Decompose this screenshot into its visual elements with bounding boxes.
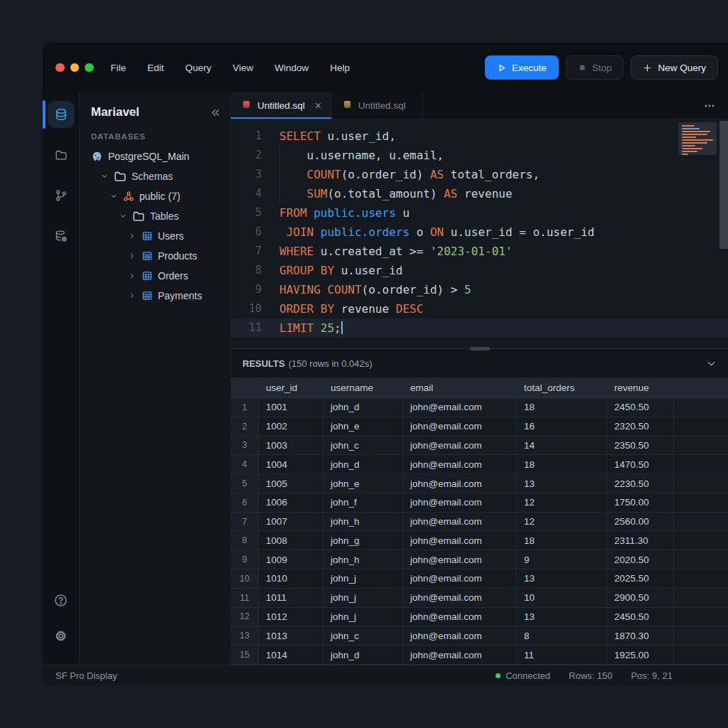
table-row[interactable]: 81008john_gjohn@email.com182311.30 <box>231 531 728 550</box>
column-header-user_id[interactable]: user_id <box>259 378 323 397</box>
table-row[interactable]: 61006john_fjohn@email.com121750.00 <box>231 493 728 513</box>
menu-query[interactable]: Query <box>186 63 212 73</box>
collapse-sidebar-icon[interactable] <box>210 107 222 118</box>
table-row[interactable]: 41004john_djohn@email.com181470.50 <box>231 455 728 474</box>
stop-button[interactable]: Stop <box>566 55 624 80</box>
tab-2[interactable]: Untitled.sql <box>332 92 423 119</box>
code-line-5[interactable]: 5FROM public.users u <box>231 203 728 223</box>
connected-label: Connected <box>505 670 550 681</box>
column-header-revenue[interactable]: revenue <box>607 378 674 397</box>
code-line-8[interactable]: 8GROUP BY u.user_id <box>231 261 728 280</box>
chevron-right-icon[interactable] <box>128 232 136 240</box>
close-window-button[interactable] <box>55 63 65 73</box>
table-row[interactable]: 11001john_djohn@email.com182450.50 <box>231 398 728 417</box>
rail-database-icon[interactable] <box>48 101 75 128</box>
table-row[interactable]: 51005john_ejohn@email.com132230.50 <box>231 474 728 493</box>
folder-icon <box>132 210 145 223</box>
column-header-username[interactable]: username <box>323 378 403 397</box>
results-meta: (150 rows in 0.042s) <box>289 358 373 369</box>
editor-scrollbar[interactable] <box>719 121 728 249</box>
code-line-10[interactable]: 10ORDER BY revenue DESC <box>231 299 728 318</box>
tree-item-payments[interactable]: Payments <box>80 286 230 306</box>
table-row[interactable]: 91009john_hjohn@email.com92020.50 <box>231 550 728 569</box>
table-row[interactable]: 151014john_djohn@email.com111925.00 <box>231 646 728 665</box>
status-bar: SF Pro Display Connected Rows: 150 Pos: … <box>43 665 728 686</box>
column-header-total_orders[interactable]: total_orders <box>517 378 607 397</box>
minimap[interactable] <box>678 122 717 155</box>
database-tree: PostgreSQL_MainSchemaspublic (7)TablesUs… <box>80 146 230 306</box>
chevron-down-icon[interactable] <box>109 192 118 200</box>
minimize-window-button[interactable] <box>70 63 80 73</box>
tree-item-tables[interactable]: Tables <box>80 206 230 226</box>
table-row[interactable]: 31003john_cjohn@email.com142350.50 <box>231 437 728 456</box>
tree-item-orders[interactable]: Orders <box>80 266 230 286</box>
tree-item-users[interactable]: Users <box>80 226 230 246</box>
menu-edit[interactable]: Edit <box>147 63 164 73</box>
zoom-window-button[interactable] <box>85 63 94 73</box>
chevron-down-icon[interactable] <box>119 212 127 220</box>
menu-window[interactable]: Window <box>274 63 309 73</box>
table-row[interactable]: 131013john_cjohn@email.com81870.30 <box>231 626 728 646</box>
table-row[interactable]: 111011john_jjohn@email.com102900.50 <box>231 589 728 608</box>
chevron-right-icon[interactable] <box>128 252 136 260</box>
code-line-4[interactable]: 4 SUM(o.total_amount) AS revenue <box>231 184 728 203</box>
text-cursor <box>341 321 343 334</box>
code-line-1[interactable]: 1SELECT u.user_id, <box>231 127 728 146</box>
sidebar: Mariavel DATABASES PostgreSQL_MainSchema… <box>80 92 231 665</box>
chevron-down-icon[interactable] <box>100 172 109 181</box>
tab-overflow-icon[interactable] <box>691 100 728 112</box>
code-line-7[interactable]: 7WHERE u.created_at >= '2023-01-01' <box>231 242 728 261</box>
menu-help[interactable]: Help <box>330 63 350 73</box>
code-line-6[interactable]: 6 JOIN public.orders o ON u.user_id = o.… <box>231 223 728 242</box>
table-row[interactable]: 21002john_ejohn@email.com162320.50 <box>231 417 728 437</box>
table-row[interactable]: 101010john_jjohn@email.com132025.50 <box>231 569 728 589</box>
status-rows: Rows: 150 <box>569 670 612 681</box>
table-icon <box>141 230 153 242</box>
panel-resize-handle[interactable] <box>470 347 490 350</box>
tab-bar: Untitled.sql Untitled.sql <box>231 92 728 119</box>
tab-1[interactable]: Untitled.sql <box>231 92 332 119</box>
table-icon <box>141 250 153 262</box>
rail-git-branch-icon[interactable] <box>48 182 75 209</box>
rail-gear-icon[interactable] <box>48 622 75 649</box>
menu-file[interactable]: File <box>111 63 127 73</box>
results-header: RESULTS (150 rows in 0.042s) <box>231 349 728 378</box>
rail-database-export-icon[interactable] <box>48 223 75 250</box>
new-query-button[interactable]: New Query <box>631 55 718 80</box>
table-row[interactable]: 121012john_jjohn@email.com132450.50 <box>231 608 728 627</box>
active-rail-indicator <box>43 100 46 129</box>
column-header-email[interactable]: email <box>403 378 517 397</box>
chevron-right-icon[interactable] <box>128 291 136 300</box>
chevron-right-icon[interactable] <box>128 272 136 280</box>
sql-file-icon <box>342 100 353 112</box>
databases-section-label: DATABASES <box>80 122 230 146</box>
rail-help-icon[interactable] <box>48 587 75 614</box>
stop-label: Stop <box>592 63 612 73</box>
execute-button[interactable]: Execute <box>485 55 559 80</box>
close-tab-icon[interactable] <box>314 101 323 110</box>
schema-icon <box>123 191 134 202</box>
tree-item-public-7-[interactable]: public (7) <box>80 186 230 206</box>
postgres-icon <box>91 151 103 163</box>
sql-editor[interactable]: 1SELECT u.user_id, 2 u.username, u.email… <box>231 119 728 348</box>
table-row[interactable]: 71007john_hjohn@email.com122560.00 <box>231 513 728 532</box>
table-icon <box>141 290 153 301</box>
status-pos: Pos: 9, 21 <box>631 670 673 681</box>
connection-status: Connected <box>496 670 550 681</box>
play-icon <box>497 63 506 73</box>
code-line-11[interactable]: 11LIMIT 25; <box>231 318 728 338</box>
rail-folder-icon[interactable] <box>48 141 75 168</box>
code-line-9[interactable]: 9HAVING COUNT(o.order_id) > 5 <box>231 280 728 299</box>
results-panel: RESULTS (150 rows in 0.042s) user_iduser… <box>231 348 728 665</box>
tree-item-postgresql-main[interactable]: PostgreSQL_Main <box>80 146 230 166</box>
collapse-results-icon[interactable] <box>706 358 717 369</box>
toolbar-actions: Execute Stop New Query <box>485 55 718 80</box>
tree-item-schemas[interactable]: Schemas <box>80 166 230 186</box>
titlebar: FileEditQueryViewWindowHelp Execute Stop… <box>43 43 728 92</box>
code-line-3[interactable]: 3 COUNT(o.order_id) AS total_orders, <box>231 165 728 184</box>
tree-item-products[interactable]: Products <box>80 246 230 266</box>
menu-view[interactable]: View <box>232 63 253 73</box>
code-line-2[interactable]: 2 u.username, u.email, <box>231 146 728 165</box>
new-query-label: New Query <box>658 63 706 73</box>
activity-rail <box>43 92 80 665</box>
